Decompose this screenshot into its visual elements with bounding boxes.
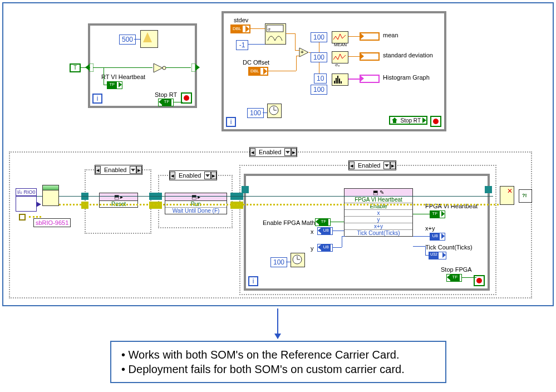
wire [296, 56, 297, 71]
wire [425, 246, 426, 255]
svg-point-5 [163, 66, 166, 70]
enable-fpga-math-label: Enable FPGA Math [263, 219, 315, 226]
wire [250, 28, 265, 29]
wire [134, 39, 140, 40]
svg-text:σ: σ [268, 27, 270, 32]
wire [348, 56, 360, 57]
wire [296, 56, 299, 56]
arrow-down-icon [277, 308, 278, 339]
const-100-mean: 100 [311, 32, 327, 42]
wire [248, 44, 265, 45]
mean-indicator: DBL [360, 32, 380, 41]
wire [286, 33, 295, 34]
iteration-terminal: i [248, 276, 258, 286]
for-loop-stats: stdev DBL -1 DC Offset DBL σ + 100 100 1… [222, 11, 446, 131]
wire [413, 236, 430, 237]
svg-marker-4 [154, 63, 163, 72]
simple-error-handler-icon [519, 189, 532, 203]
iteration-terminal: i [226, 117, 236, 127]
wire [331, 222, 344, 222]
while-loop-heartbeat: 500 RT VI Heartbeat TF Stop RT TF i [88, 23, 197, 108]
loop-enabled-selector[interactable]: ◂Enabled▸ [348, 160, 396, 170]
wire [104, 85, 107, 85]
ref-tunnel-out [485, 186, 492, 193]
histogram-indicator: [·] [360, 75, 380, 83]
stddev-indicator: DBL [360, 52, 380, 61]
wire [342, 236, 345, 237]
block-diagram-frame: 500 RT VI Heartbeat TF Stop RT TF i stde… [2, 2, 554, 306]
mean-pt-by-pt-icon [332, 31, 348, 43]
wire [263, 112, 267, 113]
wire [166, 67, 191, 68]
stop-rt-local-variable: Stop RT [389, 116, 428, 125]
svg-marker-3 [195, 64, 200, 71]
iteration-terminal: i [92, 94, 102, 104]
const-10-hist: 10 [314, 74, 327, 84]
fpga-vi-heartbeat-terminal: TF [430, 210, 445, 218]
y-terminal[interactable]: U8 [317, 244, 333, 252]
wire [104, 67, 104, 85]
wire [413, 246, 425, 247]
open-fpga-vi-reference-icon [42, 185, 59, 206]
y-label: y [311, 245, 314, 252]
wire [348, 79, 360, 80]
tick-count-label: Tick Count(Ticks) [425, 244, 473, 251]
stop-rt-label: Stop RT [155, 91, 177, 98]
wire [29, 216, 41, 218]
x-terminal[interactable]: U8 [317, 227, 333, 235]
svg-text:+: + [301, 49, 304, 55]
wire [425, 255, 429, 256]
loop-stop-terminal [181, 92, 192, 104]
histogram-indicator-label: Histogram Graph [383, 74, 430, 81]
sbrio-target-label: sbRIO-9651 [33, 218, 71, 227]
wait-ms-inner-icon [291, 253, 305, 267]
not-icon [152, 62, 167, 75]
gaussian-white-noise-icon: σ [265, 23, 286, 45]
wire [348, 36, 360, 37]
fpga-ref-wire [59, 196, 493, 197]
enable-fpga-math-terminal[interactable]: TF [315, 218, 331, 226]
rt-vi-heartbeat-label: RT VI Heartbeat [101, 74, 145, 80]
stddev-indicator-label: standard deviation [383, 52, 433, 58]
wire [81, 67, 90, 68]
close-fpga-reference-icon [500, 186, 514, 205]
dc-offset-label: DC Offset [243, 59, 269, 66]
wait-ms-icon [267, 104, 282, 118]
wire [295, 33, 296, 50]
loop-stop-terminal [430, 116, 441, 127]
boolean-true-constant [70, 63, 81, 72]
wire [174, 102, 183, 102]
svg-marker-13 [392, 117, 397, 123]
x-label: x [311, 228, 314, 235]
rt-vi-heartbeat-terminal: TF [107, 81, 122, 89]
outer-enabled-selector[interactable]: ◂Enabled▸ [249, 147, 297, 157]
wire [333, 247, 342, 248]
stdev-control-label: stdev [234, 17, 248, 23]
error-wire [59, 204, 499, 205]
add-icon: + [298, 47, 309, 58]
wire [286, 262, 291, 262]
wait-ms-metronome-icon [140, 30, 158, 48]
reset-enabled-selector[interactable]: ◂Enabled▸ [95, 165, 142, 175]
run-enabled-selector[interactable]: ◂Enabled▸ [169, 170, 217, 180]
wire [342, 236, 342, 247]
tick-count-terminal: U32 [429, 252, 446, 259]
note-line-1: Works with both SOM's on the Reference C… [129, 349, 400, 361]
dc-offset-terminal[interactable]: DBL [248, 67, 268, 76]
wire [462, 277, 476, 278]
const-100-hist: 100 [311, 85, 327, 95]
xplusy-terminal: U8 [430, 233, 445, 241]
stddev-pt-by-pt-icon [332, 51, 348, 63]
seed-constant-neg1: -1 [236, 40, 248, 50]
mean-indicator-label: mean [383, 32, 398, 38]
note-line-2: Deployment fails for both SOM's on custo… [129, 363, 405, 375]
wait-const-100: 100 [247, 108, 264, 118]
stop-fpga-label: Stop FPGA [441, 266, 472, 273]
xplusy-label: x+y [425, 225, 435, 232]
stop-rt-terminal[interactable]: TF [158, 99, 174, 106]
inner-wait-const-100: 100 [270, 257, 287, 267]
stop-fpga-terminal[interactable]: TF [446, 274, 462, 282]
sigma-caption: σₓ [335, 62, 340, 67]
fpga-resource-control[interactable]: I/₀ RIO0 [16, 188, 37, 212]
stdev-control-terminal[interactable]: DBL [230, 24, 250, 33]
